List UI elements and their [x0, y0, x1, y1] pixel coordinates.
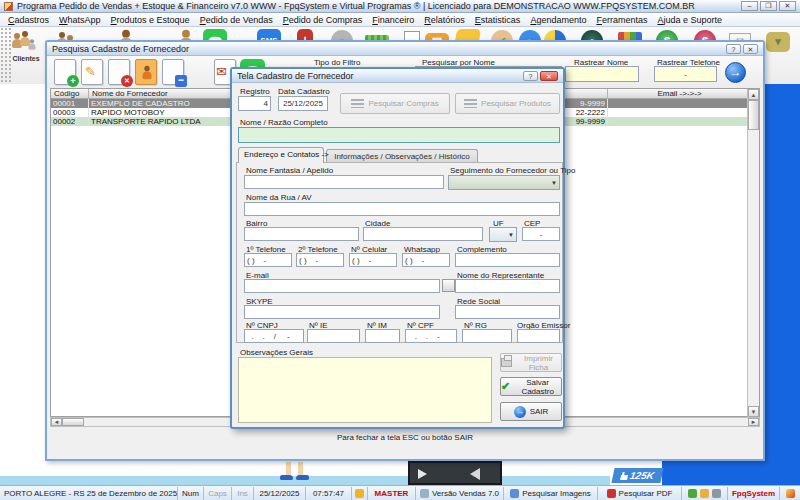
email-input[interactable]	[244, 279, 440, 293]
sacola-icon[interactable]: ▾	[766, 29, 792, 55]
status-time: 07:57:47	[306, 487, 352, 500]
email-button[interactable]	[442, 279, 455, 292]
im-input[interactable]	[365, 329, 400, 343]
rastrear-telefone-input[interactable]	[654, 66, 717, 82]
menu-pedido-compras[interactable]: Pedido de Compras	[278, 15, 368, 25]
representante-input[interactable]	[455, 279, 560, 293]
cell-email[interactable]	[608, 99, 749, 108]
tipo-filtro-label: Tipo do Filtro	[314, 58, 360, 67]
hscroll-thumb[interactable]	[62, 418, 84, 426]
cidade-input[interactable]	[363, 227, 483, 241]
pesquisar-produtos-button[interactable]: Pesquisar Produtos	[455, 93, 560, 114]
menu-estatisticas[interactable]: Estatisticas	[470, 15, 526, 25]
character-shoe	[280, 475, 293, 480]
clientes-label: Clientes	[6, 55, 46, 62]
thumbs-up-icon	[620, 472, 629, 480]
list-icon	[351, 99, 364, 108]
data-cadastro-input[interactable]	[278, 96, 328, 111]
cep-input[interactable]	[522, 227, 560, 241]
menu-cadastros[interactable]: Cadastros	[3, 15, 54, 25]
nome-razao-label: Nome / Razão Completo	[240, 118, 328, 127]
celular-input[interactable]	[349, 253, 397, 267]
version-icon	[420, 489, 429, 498]
tab-informacoes[interactable]: Informações / Observações / Histórico	[326, 149, 478, 162]
fpqsystem-icon	[786, 489, 795, 498]
menu-whatsapp[interactable]: WhatsApp	[54, 15, 106, 25]
nome-razao-input[interactable]	[238, 127, 560, 143]
search-help-button[interactable]: ?	[726, 44, 741, 54]
cell-codigo[interactable]: 00003	[51, 108, 89, 117]
registro-input[interactable]	[238, 96, 271, 111]
salvar-cadastro-button[interactable]: ✔ Salvar Cadastro	[500, 377, 562, 396]
rede-social-input[interactable]	[455, 305, 560, 319]
seguimento-combo[interactable]	[448, 175, 560, 190]
rg-input[interactable]	[462, 329, 512, 343]
cell-email[interactable]	[608, 117, 749, 126]
observacoes-textarea[interactable]	[238, 357, 492, 423]
pesquisar-compras-button[interactable]: Pesquisar Compras	[340, 93, 450, 114]
clientes-icon[interactable]	[12, 29, 38, 55]
status-search-pdf[interactable]: Pesquisar PDF	[598, 487, 682, 500]
bairro-input[interactable]	[244, 227, 359, 241]
executar-pesquisa-button[interactable]: →	[725, 62, 746, 83]
menubar: Cadastros WhatsApp Produtos e Estoque Pe…	[0, 13, 800, 27]
globe-icon	[688, 489, 697, 498]
close-hint-text: Para fechar a tela ESC ou botão SAIR	[47, 433, 763, 442]
menu-financeiro[interactable]: Financeiro	[367, 15, 419, 25]
scroll-thumb[interactable]	[748, 100, 759, 130]
pastas-icon[interactable]	[135, 59, 157, 85]
whatsapp-input[interactable]	[402, 253, 450, 267]
user-icon	[355, 489, 364, 498]
status-search-images[interactable]: Pesquisar Imagens	[504, 487, 598, 500]
dialog-close-button[interactable]: ✕	[540, 71, 558, 81]
scroll-right-arrow[interactable]: ►	[748, 418, 759, 426]
dialog-titlebar[interactable]: Tela Cadastro de Fornecedor ? ✕	[232, 69, 563, 83]
novo-cadastro-icon[interactable]: +	[54, 59, 76, 85]
orgao-emissor-input[interactable]	[517, 329, 560, 343]
editar-cadastro-icon[interactable]: ✎	[81, 59, 103, 85]
imprimir-ficha-button[interactable]: Imprimir Ficha	[500, 353, 562, 372]
menu-relatorios[interactable]: Relatórios	[419, 15, 470, 25]
restore-button[interactable]: ❐	[760, 1, 777, 11]
registro-label: Registro	[240, 87, 270, 96]
scroll-left-arrow[interactable]: ◄	[51, 418, 62, 426]
cell-email[interactable]	[608, 108, 749, 117]
scroll-up-arrow[interactable]: ▲	[748, 89, 759, 100]
cpf-input[interactable]	[405, 329, 457, 343]
status-num: Num	[178, 487, 204, 500]
rua-input[interactable]	[244, 202, 560, 216]
search-close-button[interactable]: ✕	[743, 44, 758, 54]
imprimir-lista-icon[interactable]: ⎓	[162, 59, 184, 85]
sair-button[interactable]: → SAIR	[500, 402, 562, 421]
grid-vertical-scrollbar[interactable]: ▲ ▼	[747, 89, 759, 417]
skype-input[interactable]	[244, 305, 440, 319]
cell-codigo[interactable]: 00001	[51, 99, 89, 108]
dialog-help-button[interactable]: ?	[523, 71, 538, 81]
scroll-down-arrow[interactable]: ▼	[748, 406, 759, 417]
col-header-email[interactable]: Email ->->->	[608, 89, 749, 99]
cell-codigo[interactable]: 00002	[51, 117, 89, 126]
complemento-input[interactable]	[455, 253, 560, 267]
close-button[interactable]: ✕	[779, 1, 796, 11]
tab-endereco-contatos[interactable]: Endereço e Contatos ->	[238, 147, 324, 163]
status-tools[interactable]	[682, 487, 728, 500]
tel1-input[interactable]	[244, 253, 292, 267]
menu-produtos-estoque[interactable]: Produtos e Estoque	[106, 15, 195, 25]
desktop-illustration: 125K	[0, 461, 800, 485]
rastrear-nome-input[interactable]	[565, 66, 639, 82]
col-header-codigo[interactable]: Código	[51, 89, 89, 99]
status-date: 25/12/2025	[254, 487, 306, 500]
tel2-input[interactable]	[296, 253, 344, 267]
menu-ferramentas[interactable]: Ferramentas	[591, 15, 652, 25]
cnpj-input[interactable]	[244, 329, 304, 343]
menu-ajuda[interactable]: Ajuda e Suporte	[652, 15, 727, 25]
like-count: 125K	[629, 470, 655, 481]
ie-input[interactable]	[307, 329, 360, 343]
menu-agendamento[interactable]: Agendamento	[525, 15, 591, 25]
menu-pedido-vendas[interactable]: Pedido de Vendas	[195, 15, 278, 25]
uf-combo[interactable]	[489, 227, 517, 242]
search-window-titlebar[interactable]: Pesquisa Cadastro de Fornecedor ? ✕	[47, 42, 763, 56]
excluir-cadastro-icon[interactable]: ✕	[108, 59, 130, 85]
minimize-button[interactable]: –	[741, 1, 758, 11]
fantasia-input[interactable]	[244, 175, 444, 189]
